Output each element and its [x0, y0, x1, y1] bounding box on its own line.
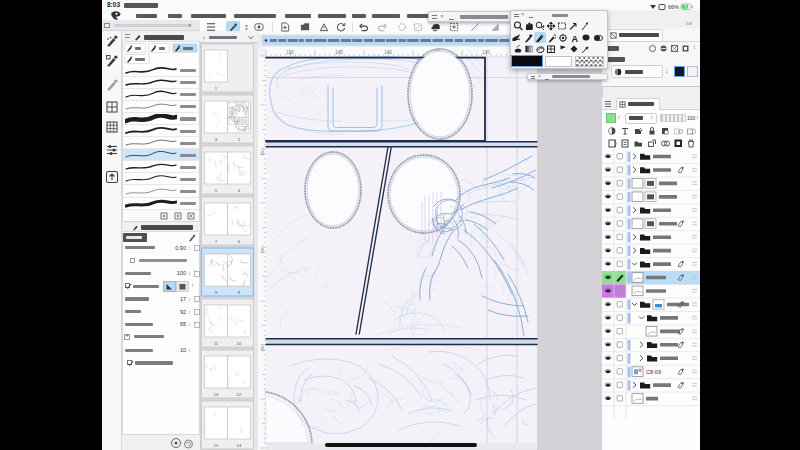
svg-text:A: A [571, 33, 578, 43]
svg-text:C8-09: C8-09 [646, 369, 661, 375]
